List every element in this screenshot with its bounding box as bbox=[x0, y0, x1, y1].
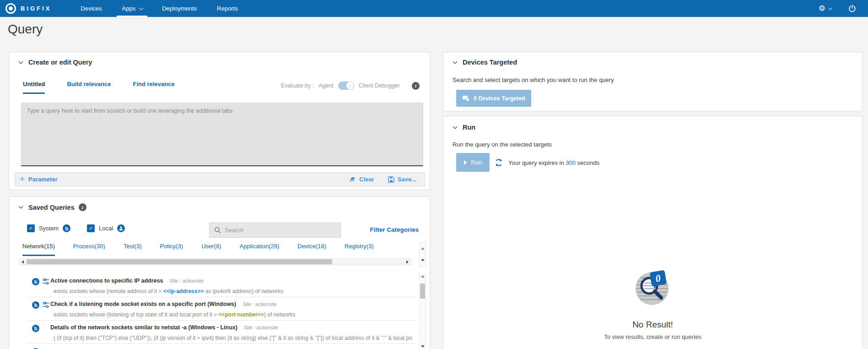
filter-system[interactable]: ✓Systemb bbox=[27, 224, 70, 232]
plus-icon: + bbox=[20, 174, 25, 183]
clear-button[interactable]: Clear bbox=[349, 176, 374, 183]
saved-queries-title: Saved Queries bbox=[28, 204, 75, 211]
saved-query-row[interactable]: bActive connections to specific IP addre… bbox=[27, 274, 417, 297]
editor-section-header[interactable]: Create or edit Query bbox=[18, 59, 92, 66]
run-button[interactable]: Run bbox=[456, 153, 490, 172]
evaluate-agent-label: Agent bbox=[318, 82, 334, 89]
hscroll-thumb[interactable] bbox=[27, 259, 332, 264]
person-icon bbox=[117, 224, 125, 232]
vscroll-thumb[interactable] bbox=[420, 284, 425, 299]
category-tab-process[interactable]: Process(30) bbox=[73, 243, 105, 256]
scroll-down-icon bbox=[421, 345, 425, 348]
search-icon bbox=[214, 227, 221, 234]
editor-action-bar: + Parameter Clear Save... bbox=[15, 172, 425, 186]
run-header[interactable]: Run bbox=[453, 124, 475, 131]
bigfix-logo-icon: b bbox=[32, 325, 39, 332]
bigfix-logo-icon: b bbox=[63, 224, 70, 232]
tabs-horizontal-scrollbar[interactable] bbox=[19, 258, 411, 265]
power-icon[interactable] bbox=[848, 5, 856, 12]
category-tab-test[interactable]: Test(3) bbox=[124, 243, 142, 256]
bigfix-logo-icon bbox=[5, 3, 16, 14]
relevance-parameter: <<ip-address>> bbox=[163, 288, 204, 294]
saved-query-row[interactable]: bDetails of the network sockets similar … bbox=[27, 321, 417, 344]
save-button[interactable]: Save... bbox=[388, 176, 416, 183]
parameter-flow-icon bbox=[42, 301, 49, 308]
local-label: Local bbox=[99, 225, 113, 232]
query-relevance-text: ( (if (tcp of it) then ("TCP") else ("UD… bbox=[54, 335, 412, 341]
bigfix-logo-icon: b bbox=[32, 301, 39, 309]
evaluate-by-control: Evaluate by : Agent ✓ Client Debugger i bbox=[281, 82, 420, 90]
filter-local[interactable]: ✓Local bbox=[87, 224, 125, 232]
nav-item-deployments[interactable]: Deployments bbox=[152, 0, 207, 17]
bigfix-logo[interactable]: BIGFIX bbox=[0, 0, 58, 17]
scroll-up-icon bbox=[421, 247, 425, 250]
query-text-input[interactable] bbox=[21, 103, 423, 166]
gear-icon: ⚙ bbox=[819, 5, 825, 12]
search-input[interactable] bbox=[225, 227, 336, 234]
category-tab-policy[interactable]: Policy(3) bbox=[160, 243, 183, 256]
category-tab-user[interactable]: User(8) bbox=[201, 243, 221, 256]
collapse-chevron-icon bbox=[453, 60, 458, 65]
devices-targeted-button[interactable]: 0 Devices Targeted bbox=[456, 90, 531, 107]
info-icon[interactable]: i bbox=[79, 203, 86, 211]
category-tab-network[interactable]: Network(15) bbox=[22, 243, 55, 256]
scroll-down-icon bbox=[421, 259, 425, 262]
query-site-label: Site : actionsite bbox=[244, 325, 278, 330]
run-title: Run bbox=[463, 124, 475, 131]
editor-tab-find-relevance[interactable]: Find relevance bbox=[133, 81, 175, 94]
category-tab-registry[interactable]: Registry(3) bbox=[345, 243, 374, 256]
category-tab-application[interactable]: Application(29) bbox=[240, 243, 280, 256]
save-floppy-icon bbox=[388, 176, 394, 183]
info-icon[interactable]: i bbox=[412, 82, 420, 90]
evaluate-toggle[interactable]: ✓ bbox=[338, 82, 354, 90]
editor-tab-build-relevance[interactable]: Build relevance bbox=[67, 81, 111, 94]
tabs-vertical-scrollbar[interactable] bbox=[419, 242, 426, 267]
saved-query-list: bActive connections to specific IP addre… bbox=[9, 274, 417, 349]
system-checkbox[interactable]: ✓ bbox=[27, 224, 35, 232]
local-checkbox[interactable]: ✓ bbox=[87, 224, 95, 232]
category-tabs: Network(15)Process(30)Test(3)Policy(3)Us… bbox=[22, 243, 374, 256]
navbar-right: ⚙ bbox=[819, 0, 868, 17]
evaluate-client-debugger-label: Client Debugger bbox=[359, 82, 400, 89]
no-result-block: 0 No Result! To view results, create or … bbox=[443, 267, 862, 340]
eraser-icon bbox=[349, 176, 356, 182]
saved-queries-header[interactable]: Saved Queries i bbox=[18, 203, 86, 211]
refresh-icon[interactable] bbox=[495, 158, 503, 167]
devices-targeted-card: Devices Targeted Search and select targe… bbox=[443, 52, 863, 111]
add-parameter-button[interactable]: + Parameter bbox=[20, 175, 58, 183]
nav-item-reports[interactable]: Reports bbox=[207, 0, 248, 17]
saved-queries-search bbox=[209, 223, 341, 238]
query-relevance-text: exists sockets whose (listening of tcp s… bbox=[54, 311, 412, 318]
filter-categories-link[interactable]: Filter Categories bbox=[370, 226, 419, 233]
system-label: System bbox=[39, 225, 59, 232]
editor-tab-untitled[interactable]: Untitled bbox=[23, 81, 45, 94]
nav-item-devices[interactable]: Devices bbox=[70, 0, 112, 17]
editor-section-title: Create or edit Query bbox=[28, 59, 92, 66]
nav-item-apps[interactable]: Apps bbox=[112, 0, 152, 17]
scroll-left-icon bbox=[22, 260, 24, 264]
no-result-subtitle: To view results, create or run queries bbox=[443, 333, 862, 340]
query-title: Active connections to specific IP addres… bbox=[50, 278, 204, 284]
expiry-seconds-value: 300 bbox=[566, 159, 576, 166]
toggle-knob: ✓ bbox=[346, 82, 354, 89]
play-icon bbox=[464, 160, 467, 165]
brand-name: BIGFIX bbox=[21, 5, 51, 12]
main-nav: DevicesAppsDeploymentsReports bbox=[70, 0, 248, 17]
query-site-label: Site : actionsite bbox=[169, 278, 204, 284]
run-description: Run the query on the selected targets bbox=[453, 141, 552, 148]
bigfix-logo-icon: b bbox=[32, 278, 39, 285]
query-relevance-text: exists sockets whose (remote address of … bbox=[54, 288, 412, 294]
category-tab-device[interactable]: Device(18) bbox=[297, 243, 326, 256]
saved-query-row-partial[interactable]: b bbox=[27, 344, 417, 349]
query-title: Details of the network sockets similar t… bbox=[50, 324, 278, 331]
scroll-up-icon bbox=[421, 275, 425, 278]
query-site-label: Site : actionsite bbox=[243, 301, 277, 307]
query-expiry: Your query expires in 300 seconds bbox=[495, 158, 599, 167]
collapse-chevron-icon bbox=[453, 125, 458, 130]
page-title: Query bbox=[8, 22, 43, 37]
chevron-down-icon bbox=[828, 6, 832, 10]
saved-query-row[interactable]: bCheck if a listening mode socket exists… bbox=[27, 297, 417, 321]
list-vertical-scrollbar[interactable] bbox=[419, 274, 426, 349]
devices-targeted-header[interactable]: Devices Targeted bbox=[453, 59, 517, 66]
settings-menu[interactable]: ⚙ bbox=[819, 5, 831, 12]
